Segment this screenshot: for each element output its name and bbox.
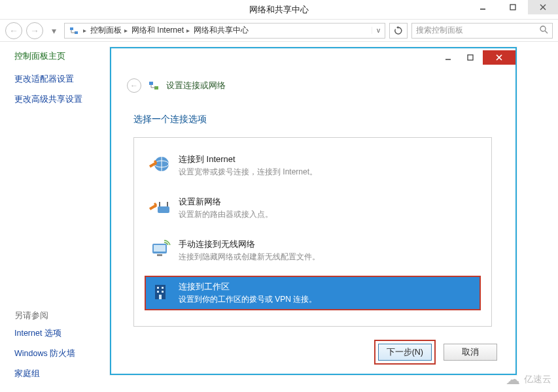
cancel-button[interactable]: 取消 bbox=[444, 344, 497, 361]
setup-connection-dialog: ← 设置连接或网络 选择一个连接选项 连接到 Internet 设 bbox=[110, 47, 517, 375]
navigation-toolbar: ← → ▾ ▸ 控制面板▸ 网络和 Internet▸ 网络和共享中心 v 搜索… bbox=[0, 20, 558, 42]
option-desc: 设置新的路由器或接入点。 bbox=[179, 209, 273, 220]
monitor-wifi-icon bbox=[148, 238, 171, 261]
svg-rect-30 bbox=[157, 291, 159, 293]
sidebar-link-sharing[interactable]: 更改高级共享设置 bbox=[14, 94, 105, 105]
refresh-button[interactable] bbox=[389, 23, 408, 39]
sidebar-link-internet-options[interactable]: Internet 选项 bbox=[14, 328, 105, 339]
sidebar-link-homegroup[interactable]: 家庭组 bbox=[14, 368, 105, 380]
window-title: 网络和共享中心 bbox=[249, 4, 309, 16]
svg-rect-28 bbox=[157, 287, 159, 289]
svg-line-9 bbox=[545, 31, 548, 33]
svg-rect-14 bbox=[149, 82, 153, 85]
sidebar-see-also-label: 另请参阅 bbox=[14, 310, 105, 321]
nav-up-button[interactable]: ▾ bbox=[47, 24, 60, 37]
breadcrumb-item[interactable]: 网络和 Internet bbox=[131, 25, 184, 36]
network-icon bbox=[69, 25, 79, 36]
watermark: ☁ 亿速云 bbox=[506, 371, 551, 388]
cloud-icon: ☁ bbox=[506, 371, 520, 388]
sidebar-home[interactable]: 控制面板主页 bbox=[14, 51, 105, 62]
option-connect-internet[interactable]: 连接到 Internet 设置宽带或拨号连接，连接到 Internet。 bbox=[145, 148, 481, 183]
svg-rect-4 bbox=[70, 27, 73, 30]
search-icon bbox=[540, 25, 548, 36]
window-titlebar: 网络和共享中心 bbox=[0, 0, 558, 20]
address-dropdown-icon[interactable]: v bbox=[372, 27, 385, 34]
dialog-section-title: 选择一个连接选项 bbox=[133, 114, 492, 125]
main-content: ← 设置连接或网络 选择一个连接选项 连接到 Internet 设 bbox=[105, 42, 558, 392]
svg-rect-26 bbox=[157, 254, 162, 256]
dialog-close-button[interactable] bbox=[483, 50, 515, 65]
svg-rect-31 bbox=[162, 291, 164, 293]
option-title: 连接到工作区 bbox=[179, 281, 317, 293]
breadcrumb-item[interactable]: 控制面板 bbox=[90, 25, 122, 36]
option-new-network[interactable]: 设置新网络 设置新的路由器或接入点。 bbox=[145, 191, 481, 225]
option-title: 手动连接到无线网络 bbox=[179, 238, 320, 250]
svg-rect-11 bbox=[468, 55, 473, 60]
router-icon bbox=[148, 196, 171, 218]
maximize-button[interactable] bbox=[498, 0, 528, 14]
option-manual-wireless[interactable]: 手动连接到无线网络 连接到隐藏网络或创建新无线配置文件。 bbox=[145, 233, 481, 268]
search-placeholder: 搜索控制面板 bbox=[416, 25, 463, 36]
svg-rect-29 bbox=[162, 287, 164, 289]
dialog-titlebar bbox=[111, 48, 515, 67]
next-button[interactable]: 下一步(N) bbox=[378, 344, 432, 361]
svg-rect-25 bbox=[154, 245, 166, 252]
breadcrumb-item[interactable]: 网络和共享中心 bbox=[194, 25, 249, 36]
option-title: 连接到 Internet bbox=[179, 154, 317, 165]
close-button[interactable] bbox=[528, 0, 558, 14]
globe-icon bbox=[148, 154, 171, 176]
search-input[interactable]: 搜索控制面板 bbox=[411, 23, 553, 39]
sidebar-link-adapter[interactable]: 更改适配器设置 bbox=[14, 74, 105, 85]
building-icon bbox=[148, 281, 171, 303]
svg-rect-1 bbox=[510, 5, 515, 10]
dialog-header-title: 设置连接或网络 bbox=[166, 80, 226, 91]
connection-options-list: 连接到 Internet 设置宽带或拨号连接，连接到 Internet。 设置新… bbox=[133, 137, 492, 327]
nav-forward-button[interactable]: → bbox=[26, 22, 43, 39]
network-setup-icon bbox=[148, 80, 160, 91]
svg-rect-32 bbox=[159, 295, 162, 299]
dialog-back-button[interactable]: ← bbox=[127, 78, 141, 93]
option-title: 设置新网络 bbox=[179, 196, 273, 208]
sidebar: 控制面板主页 更改适配器设置 更改高级共享设置 另请参阅 Internet 选项… bbox=[0, 42, 105, 392]
dialog-minimize-button[interactable] bbox=[437, 50, 459, 65]
sidebar-link-firewall[interactable]: Windows 防火墙 bbox=[14, 348, 105, 359]
dialog-maximize-button[interactable] bbox=[459, 50, 481, 65]
nav-back-button[interactable]: ← bbox=[5, 22, 22, 39]
svg-rect-21 bbox=[158, 206, 169, 213]
option-desc: 设置到你的工作区的拨号或 VPN 连接。 bbox=[179, 294, 317, 305]
minimize-button[interactable] bbox=[468, 0, 498, 14]
address-bar[interactable]: ▸ 控制面板▸ 网络和 Internet▸ 网络和共享中心 v bbox=[64, 23, 385, 39]
option-desc: 连接到隐藏网络或创建新无线配置文件。 bbox=[179, 252, 320, 263]
option-desc: 设置宽带或拨号连接，连接到 Internet。 bbox=[179, 167, 317, 178]
svg-point-8 bbox=[540, 26, 546, 31]
next-button-highlight: 下一步(N) bbox=[374, 340, 436, 365]
option-connect-workplace[interactable]: 连接到工作区 设置到你的工作区的拨号或 VPN 连接。 bbox=[145, 276, 481, 310]
